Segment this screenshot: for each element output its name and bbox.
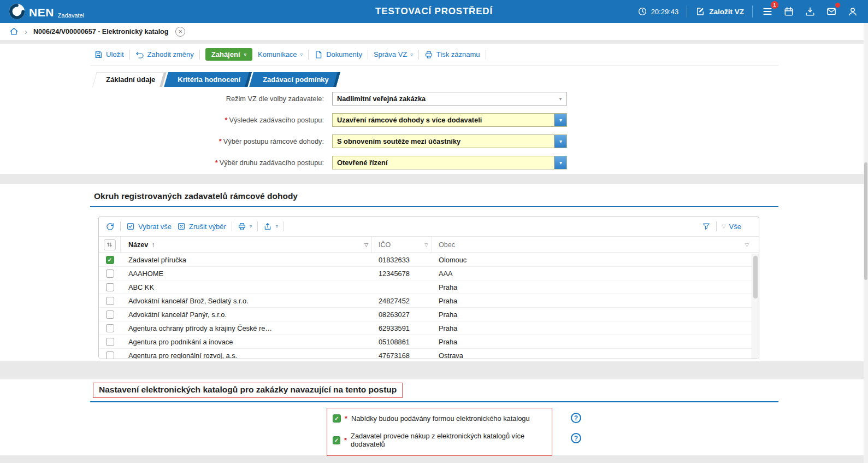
tab-zakladni-udaje[interactable]: Základní údaje [97,72,164,87]
close-tab-icon[interactable]: ✕ [175,27,185,37]
table-row[interactable]: AAAHOME 12345678 AAA [99,267,759,280]
column-header-ico[interactable]: IČO ▽ [372,237,432,253]
row-checkbox[interactable] [106,269,114,278]
column-filter-icon[interactable]: ▽ [745,242,759,248]
tab-kriteria-hodnoceni[interactable]: Kritéria hodnocení [168,72,250,87]
row-checkbox[interactable] [106,297,114,305]
calendar-button[interactable] [782,5,795,18]
print-grid-menu[interactable]: ▿ [238,222,252,231]
required-marker: * [219,137,222,145]
row-checkbox[interactable] [106,351,114,360]
vysledek-postupu-select[interactable]: Uzavření rámcové dohody s více dodavatel… [332,113,567,127]
manage-vz-menu[interactable]: Správa VZ ▿ [374,50,413,58]
table-row[interactable]: Zadavatel příručka 01832633 Olomouc [99,253,759,267]
documents-button[interactable]: Dokumenty [314,50,362,59]
create-vz-button[interactable]: Založit VZ [695,7,744,16]
cell-obec: AAA [432,269,759,278]
section-separator [0,174,868,184]
chevron-down-icon[interactable]: ▾ [554,114,566,126]
divider [486,50,486,60]
printer-icon [424,50,433,59]
option-electronic-catalog[interactable]: * Nabídky budou podávány formou elektron… [333,414,546,423]
table-row[interactable]: Agentura ochrany přírody a krajiny České… [99,321,759,335]
refresh-button[interactable] [105,222,115,231]
question-glyph: ? [574,435,578,442]
chevron-down-icon: ▿ [300,52,303,57]
column-header-nazev[interactable]: Název ↑ ▽ [121,237,372,253]
communication-label: Komunikace [258,50,297,58]
divider [199,50,200,60]
profile-button[interactable] [846,5,859,18]
section-underline [90,401,778,402]
grid-scrollbar[interactable] [752,254,759,359]
select-all-label: Vybrat vše [138,222,172,231]
select-all-button[interactable]: Vybrat vše [126,222,172,231]
page-scrollbar-thumb[interactable] [864,162,867,280]
option-label: Nabídky budou podávány formou elektronic… [351,414,530,423]
tab-zadavaci-podminky[interactable]: Zadávací podmínky [253,72,338,87]
option-checkbox[interactable] [333,436,340,444]
breadcrumb-item[interactable]: N006/24/V00000657 - Elektronický katalog [33,28,168,36]
section-separator [0,40,868,44]
selection-mode-icon[interactable] [104,239,116,250]
menu-button[interactable]: 1 [761,5,774,18]
table-row[interactable]: Agentura pro podnikání a inovace 0510886… [99,335,759,349]
column-header-obec[interactable]: Obec ▽ [432,237,759,253]
chevron-down-icon[interactable]: ▾ [554,92,566,105]
row-checkbox[interactable] [106,310,114,319]
chevron-down-icon[interactable]: ▾ [554,135,566,148]
cell-obec: Praha [432,338,759,346]
table-row[interactable]: ABC KK Praha [99,280,759,294]
chevron-down-icon: ▽ [722,224,726,229]
column-filter-icon[interactable]: ▽ [364,242,371,248]
vyber-druhu-postupu-select[interactable]: Otevřené řízení ▾ [332,156,567,169]
print-record-button[interactable]: Tisk záznamu [424,50,480,59]
undo-icon [135,50,144,59]
row-checkbox[interactable] [106,338,114,346]
start-status-button[interactable]: Zahájení ▿ [205,48,252,61]
discard-changes-button[interactable]: Zahodit změny [135,50,194,59]
vyber-postupu-rd-select[interactable]: S obnovením soutěže mezi účastníky ▾ [332,134,567,148]
save-label: Uložit [106,50,124,58]
chevron-down-icon[interactable]: ▾ [554,156,566,169]
breadcrumb: › N006/24/V00000657 - Elektronický katal… [0,23,868,40]
grid-toolbar-right: ▽ Vše [702,221,752,231]
print-label: Tisk záznamu [436,50,480,58]
help-icon[interactable]: ? [571,433,581,443]
table-row[interactable]: Advokátní kancelář Panýr, s.r.o. 0826302… [99,308,759,321]
grid-scrollbar-thumb[interactable] [753,256,758,298]
home-button[interactable] [9,27,19,36]
logo-text: NEN [29,5,54,20]
registrants-title: Okruh registrovaných zadavatelů rámcové … [90,184,778,206]
download-button[interactable] [804,5,817,18]
section-separator [0,361,868,379]
column-filter-icon[interactable]: ▽ [424,242,432,248]
table-row[interactable]: Agentura pro regionální rozvoj, a.s. 476… [99,349,759,359]
export-menu[interactable]: ▿ [263,222,278,231]
clear-selection-button[interactable]: Zrušit výběr [177,222,226,231]
catalog-settings-title: Nastavení elektronických katalogů pro za… [93,383,403,398]
nen-home-link[interactable]: NEN Zadavatel [9,3,84,20]
page-scrollbar[interactable] [864,23,868,463]
messages-button[interactable] [825,5,838,18]
grid-toolbar: Vybrat vše Zrušit výběr ▿ [99,216,759,237]
communication-menu[interactable]: Komunikace ▿ [258,50,303,58]
divider [232,221,232,231]
row-checkbox[interactable] [106,324,114,332]
filter-button[interactable] [702,222,711,231]
option-checkbox[interactable] [333,414,341,423]
field-vyber-druhu-postupu: *Výběr druhu zadávacího postupu: Otevřen… [90,152,778,173]
cell-nazev: Agentura pro podnikání a inovace [121,338,372,346]
vse-filter-menu[interactable]: ▽ Vše [722,222,741,231]
field-vysledek-postupu: *Výsledek zadávacího postupu: Uzavření r… [90,109,778,131]
cell-ico: 08263027 [372,310,432,319]
row-checkbox[interactable] [106,283,114,291]
help-icon[interactable]: ? [571,413,581,423]
rezim-vz-select[interactable]: Nadlimitní veřejná zakázka ▾ [332,92,567,106]
table-row[interactable]: Advokátní kancelář Brož, Sedlatý s.r.o. … [99,294,759,308]
row-checkbox[interactable] [106,256,114,264]
option-multi-supplier-purchase[interactable]: * Zadavatel provede nákup z elektronický… [333,432,546,448]
save-button[interactable]: Uložit [94,50,124,59]
selection-column-header[interactable] [99,237,121,253]
field-label: Výběr druhu zadávacího postupu: [220,159,324,167]
